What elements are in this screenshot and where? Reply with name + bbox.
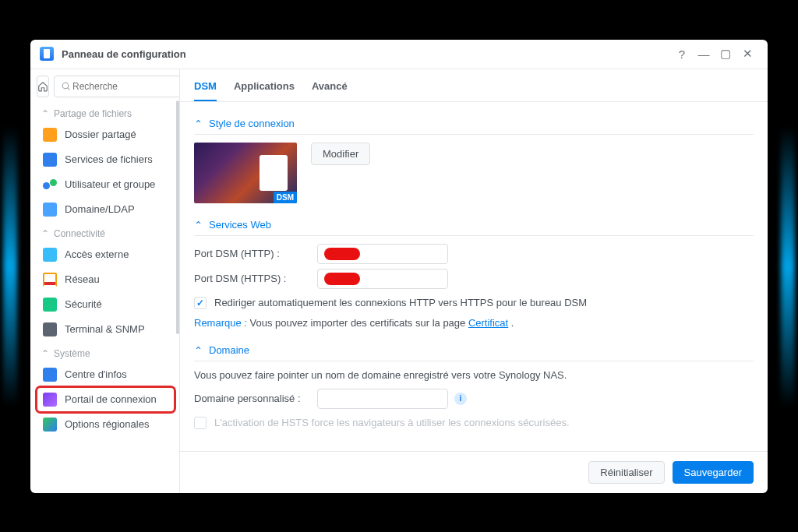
content-pane: DSM Applications Avancé ⌄ Style de conne… bbox=[180, 69, 768, 493]
http-port-input[interactable] bbox=[317, 244, 448, 264]
section-login-style: ⌄ Style de connexion DSM Modifier bbox=[194, 113, 754, 203]
redacted-value bbox=[324, 248, 360, 260]
http-port-label: Port DSM (HTTP) : bbox=[194, 248, 317, 259]
globe-icon bbox=[43, 417, 57, 432]
sidebar-item-regional-options[interactable]: Options régionales bbox=[37, 412, 175, 437]
file-icon bbox=[43, 153, 57, 167]
sidebar-item-login-portal[interactable]: Portail de connexion bbox=[37, 387, 175, 412]
home-button[interactable] bbox=[37, 76, 49, 97]
terminal-icon bbox=[43, 322, 57, 336]
info-icon[interactable]: i bbox=[454, 393, 467, 405]
link-icon bbox=[43, 248, 57, 262]
tab-advanced[interactable]: Avancé bbox=[312, 77, 348, 101]
sidebar: ⌃ Partage de fichiers Dossier partagé Se… bbox=[30, 69, 180, 493]
hsts-label: L'activation de HSTS force les navigateu… bbox=[214, 417, 570, 428]
chevron-up-icon: ⌃ bbox=[41, 108, 49, 119]
search-field[interactable] bbox=[54, 76, 180, 97]
sidebar-item-security[interactable]: Sécurité bbox=[37, 292, 175, 317]
maximize-button[interactable]: ▢ bbox=[715, 43, 736, 65]
redirect-https-label: Rediriger automatiquement les connexions… bbox=[214, 297, 587, 308]
section-domain: ⌄ Domaine Vous pouvez faire pointer un n… bbox=[194, 340, 754, 429]
content-scroll[interactable]: ⌄ Style de connexion DSM Modifier bbox=[180, 102, 768, 451]
https-port-input[interactable] bbox=[317, 269, 448, 289]
section-head-web-services[interactable]: ⌄ Services Web bbox=[194, 214, 754, 235]
chevron-up-icon: ⌄ bbox=[194, 344, 203, 356]
redirect-https-checkbox[interactable] bbox=[194, 297, 207, 309]
sidebar-section-system[interactable]: ⌃ Système bbox=[37, 342, 175, 362]
tab-applications[interactable]: Applications bbox=[234, 77, 295, 101]
section-web-services: ⌄ Services Web Port DSM (HTTP) : Port DS… bbox=[194, 214, 754, 329]
redacted-value bbox=[324, 273, 360, 285]
sidebar-item-external-access[interactable]: Accès externe bbox=[37, 242, 175, 267]
sidebar-item-info-center[interactable]: Centre d'infos bbox=[37, 362, 175, 387]
section-head-domain[interactable]: ⌄ Domaine bbox=[194, 340, 754, 361]
sidebar-section-connectivity[interactable]: ⌃ Connectivité bbox=[37, 222, 175, 242]
svg-point-0 bbox=[62, 83, 69, 89]
reset-button[interactable]: Réinitialiser bbox=[588, 461, 664, 484]
help-button[interactable]: ? bbox=[671, 43, 693, 65]
sidebar-section-file-sharing[interactable]: ⌃ Partage de fichiers bbox=[37, 102, 175, 122]
custom-domain-input[interactable] bbox=[317, 389, 448, 409]
minimize-button[interactable]: — bbox=[693, 43, 715, 65]
titlebar: Panneau de configuration ? — ▢ ✕ bbox=[30, 40, 768, 69]
login-style-thumbnail[interactable]: DSM bbox=[194, 143, 297, 203]
section-head-login-style[interactable]: ⌄ Style de connexion bbox=[194, 113, 754, 134]
certificate-link[interactable]: Certificat bbox=[468, 317, 508, 329]
dsm-badge: DSM bbox=[274, 192, 297, 203]
folder-icon bbox=[43, 128, 57, 142]
chevron-up-icon: ⌃ bbox=[41, 228, 49, 239]
chevron-up-icon: ⌄ bbox=[194, 219, 203, 231]
tab-bar: DSM Applications Avancé bbox=[180, 69, 768, 102]
custom-domain-label: Domaine personnalisé : bbox=[194, 393, 317, 404]
chevron-up-icon: ⌃ bbox=[41, 348, 49, 359]
hsts-checkbox bbox=[194, 417, 207, 429]
window-title: Panneau de configuration bbox=[62, 48, 671, 60]
network-icon bbox=[43, 273, 57, 287]
sidebar-item-network[interactable]: Réseau bbox=[37, 267, 175, 292]
search-icon bbox=[61, 81, 71, 91]
user-group-icon bbox=[43, 178, 57, 192]
info-icon bbox=[43, 368, 57, 382]
modify-button[interactable]: Modifier bbox=[311, 143, 370, 165]
sidebar-item-file-services[interactable]: Services de fichiers bbox=[37, 147, 175, 172]
portal-icon bbox=[43, 393, 57, 407]
chevron-up-icon: ⌄ bbox=[194, 118, 203, 129]
shield-icon bbox=[43, 298, 57, 312]
search-input[interactable] bbox=[71, 80, 180, 93]
app-icon bbox=[40, 47, 54, 61]
https-port-label: Port DSM (HTTPS) : bbox=[194, 273, 317, 284]
domain-description: Vous pouvez faire pointer un nom de doma… bbox=[194, 369, 754, 381]
footer: Réinitialiser Sauvegarder bbox=[180, 451, 768, 493]
close-button[interactable]: ✕ bbox=[736, 43, 758, 65]
sidebar-item-user-group[interactable]: Utilisateur et groupe bbox=[37, 172, 175, 197]
tab-dsm[interactable]: DSM bbox=[194, 77, 217, 101]
certificate-note: Remarque : Vous pouvez importer des cert… bbox=[194, 317, 754, 329]
save-button[interactable]: Sauvegarder bbox=[673, 461, 754, 484]
sidebar-item-shared-folder[interactable]: Dossier partagé bbox=[37, 122, 175, 147]
sidebar-item-terminal-snmp[interactable]: Terminal & SNMP bbox=[37, 317, 175, 342]
control-panel-window: Panneau de configuration ? — ▢ ✕ ⌃ Parta… bbox=[30, 40, 768, 493]
ldap-icon bbox=[43, 203, 57, 217]
sidebar-item-domain-ldap[interactable]: Domaine/LDAP bbox=[37, 197, 175, 222]
